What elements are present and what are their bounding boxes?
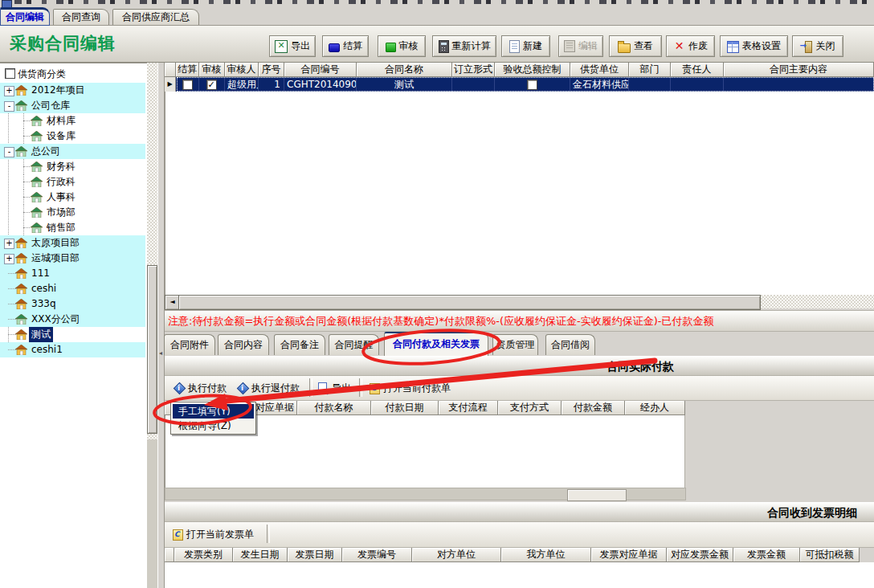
- detail-tab-2[interactable]: 合同内容: [218, 334, 269, 355]
- payment-button-open-payment-doc[interactable]: 打开当前付款单: [366, 378, 453, 398]
- invoice-col-ind0[interactable]: [165, 548, 174, 562]
- invoice-col-对应发票金额[interactable]: 对应发票金额: [667, 548, 733, 562]
- tree-item-17[interactable]: ceshi1: [0, 342, 145, 357]
- panel-splitter[interactable]: ◂: [157, 63, 165, 588]
- payment-col-支付方式[interactable]: 支付方式: [498, 401, 562, 415]
- splitter-collapse-icon[interactable]: ◂: [159, 349, 162, 357]
- tree-item-6[interactable]: 行政科: [0, 174, 145, 190]
- contract-col-合同主要内容[interactable]: 合同主要内容: [724, 63, 874, 77]
- tree-item-16[interactable]: 测试: [0, 327, 145, 342]
- toolbar-button-recalculate[interactable]: 重新计算: [432, 35, 496, 57]
- payment-footer-box[interactable]: [567, 489, 627, 501]
- invoice-col-发票金额[interactable]: 发票金额: [733, 548, 800, 562]
- tree-item-2[interactable]: 材料库: [0, 113, 145, 129]
- payment-col-经办人[interactable]: 经办人: [625, 401, 685, 415]
- tree-scrollbar-thumb[interactable]: [147, 265, 157, 434]
- detail-tab-4[interactable]: 合同提醒: [329, 334, 379, 355]
- payment-col-付款金额[interactable]: 付款金额: [562, 401, 625, 415]
- context-menu-item-1[interactable]: 手工填写(Y): [173, 404, 254, 419]
- row-checkbox[interactable]: [527, 80, 537, 90]
- toolbar-button-settle[interactable]: 结算: [322, 35, 369, 57]
- detail-tab-6[interactable]: 资质管理: [492, 334, 538, 355]
- row-checkbox[interactable]: [206, 80, 217, 90]
- hscrollbar-thumb[interactable]: [178, 295, 761, 310]
- contract-col-序号[interactable]: 序号: [259, 63, 284, 77]
- supplier-category-checkbox[interactable]: [5, 68, 15, 79]
- invoice-col-发票编号[interactable]: 发票编号: [342, 548, 412, 562]
- tree-item-3[interactable]: 设备库: [0, 129, 145, 144]
- payment-col-付款日期[interactable]: 付款日期: [371, 401, 439, 415]
- tree-expand-icon[interactable]: +: [4, 86, 14, 96]
- invoice-col-对方单位[interactable]: 对方单位: [412, 548, 501, 562]
- toolbar-button-new-doc[interactable]: 新建: [501, 35, 550, 57]
- tree-item-15[interactable]: XXX分公司: [0, 312, 145, 327]
- payment-button-execute-refund[interactable]: 执行退付款: [235, 378, 302, 398]
- tree-item-7[interactable]: 人事科: [0, 190, 145, 205]
- detail-tab-3[interactable]: 合同备注: [274, 334, 325, 355]
- row-checkbox[interactable]: [182, 80, 193, 90]
- invoice-grid-body[interactable]: [165, 562, 874, 588]
- close-door-icon: [801, 41, 813, 52]
- settle-icon: [329, 43, 340, 52]
- toolbar-button-audit[interactable]: 审核: [378, 35, 426, 57]
- payment-button-export-pages[interactable]: 导出: [315, 378, 353, 398]
- payment-col-付款名称[interactable]: 付款名称: [297, 401, 371, 415]
- toolbar-button-excel-export[interactable]: 导出: [269, 35, 316, 57]
- contract-col-供货单位[interactable]: 供货单位: [570, 63, 629, 77]
- tree-item-10[interactable]: +太原项目部: [0, 235, 145, 251]
- app-window: 合同编辑合同查询合同供应商汇总 采购合同编辑 导出结算审核重新计算新建编辑查看作…: [0, 0, 874, 588]
- tree-item-9[interactable]: 销售部: [0, 220, 145, 235]
- contract-grid-selected-row[interactable]: ▶超级用户1CGHT2014090201测试金石材料供应公司: [165, 77, 874, 92]
- invoice-col-发生日期[interactable]: 发生日期: [233, 548, 288, 562]
- contract-grid-hscrollbar[interactable]: ◄: [165, 295, 874, 308]
- contract-col-审核[interactable]: 审核: [199, 63, 225, 77]
- open-current-invoice-button[interactable]: 打开当前发票单: [169, 525, 256, 544]
- invoice-col-我方单位[interactable]: 我方单位: [501, 548, 591, 562]
- house-green: [15, 146, 27, 159]
- contract-col-审核人[interactable]: 审核人: [225, 63, 259, 77]
- tree-expand-icon[interactable]: +: [4, 254, 14, 264]
- toolbar-button-view-folder[interactable]: 查看: [609, 35, 662, 57]
- contract-col-订立形式[interactable]: 订立形式: [452, 63, 495, 77]
- tree-item-4[interactable]: -总公司: [0, 144, 145, 159]
- tree-expand-icon[interactable]: +: [4, 239, 14, 249]
- tree-item-5[interactable]: 财务科: [0, 159, 145, 174]
- contract-col-合同编号[interactable]: 合同编号: [284, 63, 357, 77]
- payment-button-execute-payment[interactable]: 执行付款: [171, 378, 229, 398]
- toolbar-button-void[interactable]: 作废: [666, 35, 715, 57]
- tree-item-1[interactable]: -公司仓库: [0, 98, 145, 113]
- tree-connector-stub: [23, 182, 30, 182]
- contract-grid-body[interactable]: [165, 92, 874, 295]
- tree-expand-icon[interactable]: -: [4, 147, 14, 157]
- tree-item-13[interactable]: ceshi: [0, 281, 145, 296]
- top-tab-3[interactable]: 合同供应商汇总: [112, 9, 199, 26]
- toolbar-button-table-settings[interactable]: 表格设置: [720, 35, 788, 57]
- invoice-col-发票对应单据[interactable]: 发票对应单据: [591, 548, 667, 562]
- tree-item-12[interactable]: 111: [0, 266, 145, 281]
- house-green: [31, 223, 43, 235]
- payment-col-支付流程[interactable]: 支付流程: [439, 401, 498, 415]
- tree-item-0[interactable]: +2012年项目: [0, 83, 145, 98]
- detail-tab-1[interactable]: 合同附件: [164, 334, 215, 355]
- contract-col-结算[interactable]: 结算: [176, 63, 199, 77]
- invoice-col-发票日期[interactable]: 发票日期: [288, 548, 342, 562]
- contract-col-合同名称[interactable]: 合同名称: [357, 63, 452, 77]
- invoice-col-可抵扣税额[interactable]: 可抵扣税额: [800, 548, 860, 562]
- contract-col-ind0[interactable]: [165, 63, 176, 77]
- tree-item-8[interactable]: 市场部: [0, 205, 145, 220]
- top-tab-2[interactable]: 合同查询: [53, 9, 109, 26]
- menu-bar-cropped: [0, 0, 874, 7]
- top-tab-1[interactable]: 合同编辑: [0, 7, 50, 26]
- toolbar-button-close-door[interactable]: 关闭: [792, 35, 843, 57]
- contract-col-责任人[interactable]: 责任人: [671, 63, 724, 77]
- detail-tab-5[interactable]: 合同付款及相关发票: [384, 332, 488, 356]
- context-menu-item-2[interactable]: 根据向导(Z): [173, 419, 254, 433]
- invoice-col-发票类别[interactable]: 发票类别: [174, 548, 233, 562]
- contract-col-部门[interactable]: 部门: [629, 63, 671, 77]
- toolbar-button-label: 新建: [523, 39, 542, 53]
- contract-col-验收总额控制[interactable]: 验收总额控制: [495, 63, 570, 77]
- tree-item-14[interactable]: 333q: [0, 296, 145, 312]
- tree-item-11[interactable]: +运城项目部: [0, 251, 145, 266]
- tree-expand-icon[interactable]: -: [4, 101, 14, 112]
- detail-tab-7[interactable]: 合同借阅: [545, 334, 595, 355]
